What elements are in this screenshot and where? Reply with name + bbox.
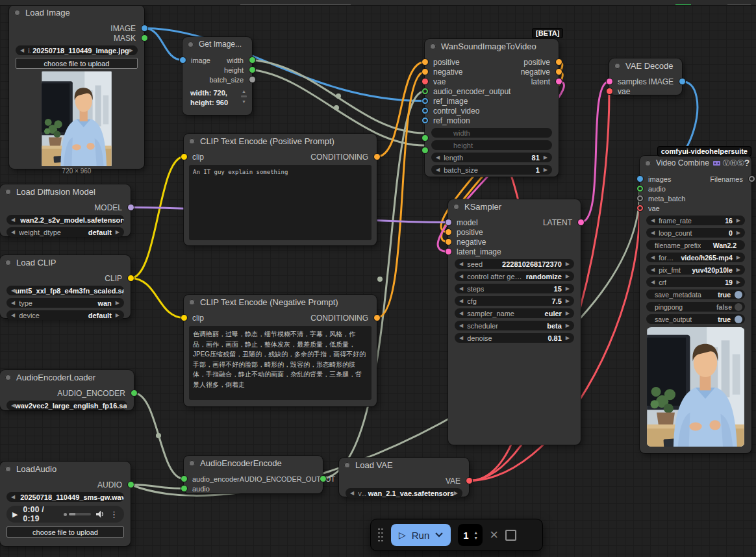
input-dot-positive[interactable] xyxy=(446,229,451,235)
seed-widget[interactable]: ◀seed222810268172370▶ xyxy=(455,259,574,269)
increment-icon[interactable]: ▶ xyxy=(737,267,740,273)
prompt-textarea[interactable]: An IT guy explain something xyxy=(189,165,372,240)
input-dot-vae[interactable] xyxy=(607,88,612,94)
input-dot-vae[interactable] xyxy=(637,205,643,211)
help-icon[interactable]: ? xyxy=(744,158,750,168)
decrement-icon[interactable]: ◀ xyxy=(436,155,440,160)
input-dot-audio-encoder-output[interactable] xyxy=(422,88,428,94)
steps-widget[interactable]: ◀steps15▶ xyxy=(455,284,574,293)
node-ksampler[interactable]: KSampler model LATENT positive negative … xyxy=(448,199,581,445)
output-dot-mask[interactable] xyxy=(142,35,147,41)
volume-icon[interactable] xyxy=(96,510,105,518)
output-dot-latent[interactable] xyxy=(578,219,584,225)
clip-file-combo[interactable]: ◀umt5_xxl_fp8_e4m3fn_scaled.sa...▶ xyxy=(6,286,124,295)
output-dot-audio-encoder-output[interactable] xyxy=(320,476,326,482)
decrement-icon[interactable]: ◀ xyxy=(651,230,655,236)
scroll-up-icon[interactable]: ▲ xyxy=(242,88,246,94)
increment-icon[interactable]: ▶ xyxy=(566,299,570,304)
input-dot-model[interactable] xyxy=(446,219,451,225)
combo-left-arrow-icon[interactable]: ◀ xyxy=(20,48,24,53)
output-dot-filenames[interactable] xyxy=(749,176,755,182)
input-dot-negative[interactable] xyxy=(446,239,451,245)
input-dot-vae[interactable] xyxy=(422,79,428,84)
collapse-dot-icon[interactable] xyxy=(430,43,436,49)
collapse-dot-icon[interactable] xyxy=(14,10,20,16)
node-clip-text-encode-positive[interactable]: CLIP Text Encode (Positive Prompt) clip … xyxy=(184,134,377,245)
collapse-dot-icon[interactable] xyxy=(189,138,195,144)
combo-right-arrow-icon[interactable]: ▶ xyxy=(129,48,133,53)
node-vae-decode[interactable]: VAE Decode samples IMAGE vae xyxy=(609,58,682,95)
node-load-audio[interactable]: LoadAudio AUDIO ◀...20250718_110449_sms-… xyxy=(0,462,131,546)
output-dot-vae[interactable] xyxy=(466,478,472,484)
save-output-toggle[interactable]: save_outputtrue xyxy=(646,314,745,324)
scheduler-widget[interactable]: ◀schedulerbeta▶ xyxy=(455,321,574,330)
increment-icon[interactable]: ▶ xyxy=(737,218,740,223)
collapse-dot-icon[interactable] xyxy=(189,460,195,466)
control-after-generate-widget[interactable]: ◀control after generaterandomize▶ xyxy=(455,271,574,281)
node-wansoundimagetovideo[interactable]: WanSoundImageToVideo positive positive n… xyxy=(425,39,559,177)
collapse-dot-icon[interactable] xyxy=(5,260,11,266)
node-audio-encoder-encode[interactable]: AudioEncoderEncode audio_encoder AUDIO_E… xyxy=(184,456,323,493)
node-audio-encoder-loader[interactable]: AudioEncoderLoader AUDIO_ENCODER ◀wav2ve… xyxy=(0,370,134,410)
output-dot-positive[interactable] xyxy=(556,59,562,65)
loop-count-widget[interactable]: ◀loop_count0▶ xyxy=(646,228,745,238)
node-load-clip[interactable]: Load CLIP CLIP ◀umt5_xxl_fp8_e4m3fn_scal… xyxy=(0,255,131,318)
input-dot-ref-motion[interactable] xyxy=(422,118,428,123)
combo-left-arrow-icon[interactable]: ◀ xyxy=(11,301,15,306)
stop-button[interactable] xyxy=(505,530,516,541)
combo-right-arrow-icon[interactable]: ▶ xyxy=(116,301,120,306)
output-dot-negative[interactable] xyxy=(556,69,562,75)
vae-file-combo[interactable]: ◀vae_n ...wan_2.1_vae.safetensors▶ xyxy=(346,488,462,498)
increment-icon[interactable]: ▶ xyxy=(544,155,548,160)
node-get-image[interactable]: Get Image... image width height batch_si… xyxy=(183,37,252,115)
node-load-diffusion-model[interactable]: Load Diffusion Model MODEL ◀...wan2.2_s2… xyxy=(0,184,131,236)
increment-icon[interactable]: ▶ xyxy=(566,286,570,291)
scroll-arrows[interactable]: ▲ ▼ xyxy=(241,88,247,105)
decrement-icon[interactable]: ◀ xyxy=(459,323,463,328)
collapse-dot-icon[interactable] xyxy=(5,189,11,195)
count-down-icon[interactable]: ▼ xyxy=(473,536,478,540)
output-dot-image[interactable] xyxy=(142,25,147,31)
node-load-image[interactable]: Load Image IMAGE MASK ◀ im ... 20250718_… xyxy=(9,5,144,169)
image-file-combo[interactable]: ◀ im ... 20250718_110449_image.jpg ▶ xyxy=(16,45,138,55)
scroll-bar[interactable] xyxy=(241,95,247,97)
weight-dtype-widget[interactable]: ◀weight_dtypedefault▶ xyxy=(6,227,124,237)
node-video-combine[interactable]: Video Combine ⓋⒽⓈ ? images Filenames aud… xyxy=(640,156,751,453)
input-dot-samples[interactable] xyxy=(607,79,612,84)
decrement-icon[interactable]: ◀ xyxy=(651,255,655,260)
pix-fmt-widget[interactable]: ◀pix_fmtyuv420p10le▶ xyxy=(646,265,745,275)
output-dot-conditioning[interactable] xyxy=(374,154,380,160)
cancel-button[interactable]: × xyxy=(490,528,498,542)
collapse-dot-icon[interactable] xyxy=(453,204,459,210)
node-clip-text-encode-negative[interactable]: CLIP Text Encode (Negative Prompt) clip … xyxy=(184,295,377,406)
input-dot-negative[interactable] xyxy=(422,69,428,75)
save-metadata-toggle[interactable]: save_metadatatrue xyxy=(646,290,745,299)
node-load-vae[interactable]: Load VAE VAE ◀vae_n ...wan_2.1_vae.safet… xyxy=(339,458,469,497)
output-dot-batchsize[interactable] xyxy=(249,77,255,82)
collapse-dot-icon[interactable] xyxy=(189,299,195,305)
collapse-dot-icon[interactable] xyxy=(5,375,11,380)
encoder-file-combo[interactable]: ◀wav2vec2_large_english_fp16.saf ...▶ xyxy=(6,401,127,410)
input-dot-height[interactable] xyxy=(422,147,428,153)
play-icon[interactable]: ▶ xyxy=(12,510,18,519)
batch-count-input[interactable]: 1 ▲▼ xyxy=(458,524,483,546)
length-widget[interactable]: ◀ length 81 ▶ xyxy=(431,153,552,162)
collapse-dot-icon[interactable] xyxy=(614,63,620,69)
input-dot-clip[interactable] xyxy=(181,154,187,160)
decrement-icon[interactable]: ◀ xyxy=(651,267,655,273)
filename-prefix-widget[interactable]: filename_prefixWan2.2 xyxy=(646,240,745,250)
drag-handle-icon[interactable] xyxy=(377,527,384,543)
format-widget[interactable]: ◀formatvideo/h265-mp4▶ xyxy=(646,253,745,262)
toggle-knob[interactable] xyxy=(735,316,742,323)
input-dot-ref-image[interactable] xyxy=(422,98,428,104)
increment-icon[interactable]: ▶ xyxy=(544,167,548,173)
input-dot-audio[interactable] xyxy=(181,486,187,491)
collapse-dot-icon[interactable] xyxy=(344,462,350,468)
pingpong-toggle[interactable]: pingpongfalse xyxy=(646,302,745,312)
output-dot-height[interactable] xyxy=(249,67,255,73)
increment-icon[interactable]: ▶ xyxy=(566,336,570,341)
increment-icon[interactable]: ▶ xyxy=(737,280,740,285)
increment-icon[interactable]: ▶ xyxy=(566,274,570,279)
decrement-icon[interactable]: ◀ xyxy=(436,167,440,173)
decrement-icon[interactable]: ◀ xyxy=(459,336,463,341)
